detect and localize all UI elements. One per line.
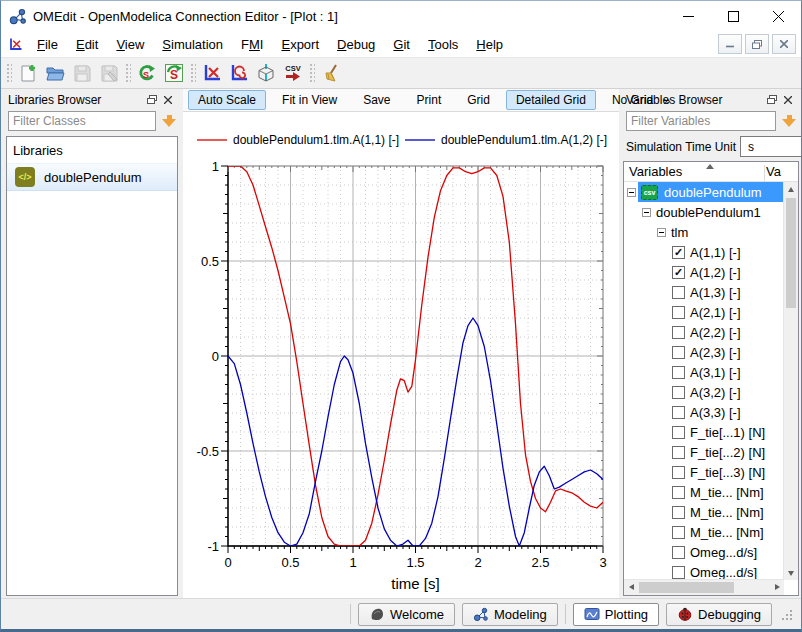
maximize-button[interactable] [711, 1, 756, 31]
filter-variables-input[interactable] [626, 111, 776, 131]
variable-row-a-2-3[interactable]: A(2,3) [-] [625, 342, 784, 362]
plot-toolbar-auto-scale-button[interactable]: Auto Scale [188, 90, 266, 110]
variable-checkbox[interactable] [672, 486, 685, 499]
scroll-down-icon[interactable] [784, 566, 798, 580]
variable-row-m-tie-nm[interactable]: M_tie... [Nm] [625, 522, 784, 542]
variable-checkbox[interactable]: ✓ [672, 246, 685, 259]
new-parametric-plot-button[interactable] [225, 60, 252, 87]
variable-row-a-3-3[interactable]: A(3,3) [-] [625, 402, 784, 422]
re-simulate-button[interactable]: S [133, 60, 160, 87]
variable-checkbox[interactable] [672, 366, 685, 379]
variable-checkbox[interactable] [672, 426, 685, 439]
variable-checkbox[interactable] [672, 406, 685, 419]
variable-row-f-tie-1-n[interactable]: F_tie[...1) [N] [625, 422, 784, 442]
float-icon[interactable] [764, 92, 780, 108]
variable-row-a-2-1[interactable]: A(2,1) [-] [625, 302, 784, 322]
menu-item-file[interactable]: File [28, 33, 67, 56]
vertical-scrollbar[interactable] [783, 182, 798, 580]
variable-row-a-3-2[interactable]: A(3,2) [-] [625, 382, 784, 402]
filter-classes-input[interactable] [8, 111, 156, 131]
menu-item-tools[interactable]: Tools [419, 33, 467, 56]
menu-item-export[interactable]: Export [272, 33, 328, 56]
open-model-button[interactable] [41, 60, 68, 87]
close-icon[interactable] [160, 92, 176, 108]
collapse-icon[interactable] [657, 228, 666, 237]
variable-row-tlm[interactable]: tlm [625, 222, 784, 242]
variable-row-doublependulum[interactable]: csvdoublePendulum [625, 182, 784, 202]
expand-filter-icon[interactable] [160, 111, 178, 131]
variables-column-header[interactable]: Variables [624, 164, 682, 181]
scroll-right-icon[interactable] [770, 580, 784, 594]
variable-checkbox[interactable]: ✓ [672, 266, 685, 279]
plot-toolbar-save-button[interactable]: Save [353, 90, 400, 110]
variable-row-f-tie-2-n[interactable]: F_tie[...2) [N] [625, 442, 784, 462]
minimize-button[interactable] [666, 1, 711, 31]
menu-item-simulation[interactable]: Simulation [153, 33, 232, 56]
variable-checkbox[interactable] [672, 566, 685, 579]
tab-modeling[interactable]: Modeling [462, 603, 558, 626]
mdi-minimize-button[interactable] [718, 34, 742, 54]
collapse-icon[interactable] [642, 208, 651, 217]
mdi-restore-button[interactable] [745, 34, 769, 54]
variable-row-m-tie-nm[interactable]: M_tie... [Nm] [625, 482, 784, 502]
close-icon[interactable] [780, 92, 796, 108]
variable-row-a-3-1[interactable]: A(3,1) [-] [625, 362, 784, 382]
simulation-time-unit-row: Simulation Time Unit s [621, 132, 801, 159]
variable-checkbox[interactable] [672, 526, 685, 539]
variable-checkbox[interactable] [672, 446, 685, 459]
variable-checkbox[interactable] [672, 466, 685, 479]
horizontal-scrollbar[interactable] [624, 579, 784, 595]
variable-row-a-2-2[interactable]: A(2,2) [-] [625, 322, 784, 342]
variable-checkbox[interactable] [672, 326, 685, 339]
plot-toolbar-print-button[interactable]: Print [407, 90, 452, 110]
variable-row-omeg-d-s[interactable]: Omeg...d/s] [625, 542, 784, 562]
close-button[interactable] [756, 1, 801, 31]
value-column-header[interactable]: Va [766, 164, 784, 179]
menu-item-fmi[interactable]: FMI [232, 33, 272, 56]
scroll-up-icon[interactable] [784, 182, 798, 196]
tab-welcome[interactable]: Welcome [358, 603, 455, 626]
mdi-close-button[interactable] [772, 34, 796, 54]
menu-item-view[interactable]: View [107, 33, 153, 56]
variable-checkbox[interactable] [672, 306, 685, 319]
variable-checkbox[interactable] [672, 506, 685, 519]
variable-label: Omeg...d/s] [690, 565, 757, 580]
float-icon[interactable] [144, 92, 160, 108]
variable-row-m-tie-nm[interactable]: M_tie... [Nm] [625, 502, 784, 522]
menu-item-edit[interactable]: Edit [67, 33, 107, 56]
collapse-icon[interactable] [627, 188, 636, 197]
re-simulate-setup-button[interactable]: S [160, 60, 187, 87]
scrollbar-thumb[interactable] [786, 198, 796, 308]
clear-plot-window-button[interactable] [317, 60, 344, 87]
tab-plotting[interactable]: Plotting [573, 603, 659, 626]
variable-row-doublependulum1[interactable]: doublePendulum1 [625, 202, 784, 222]
plot-toolbar-detailed-grid-button[interactable]: Detailed Grid [506, 90, 596, 110]
tab-debugging[interactable]: Debugging [666, 603, 772, 626]
menu-item-debug[interactable]: Debug [328, 33, 384, 56]
resize-grip[interactable] [780, 608, 793, 621]
column-divider[interactable] [764, 165, 765, 181]
new-plot-window-button[interactable] [198, 60, 225, 87]
library-item-doublependulum[interactable]: </>doublePendulum [7, 163, 177, 191]
expand-filter-icon[interactable] [780, 111, 798, 131]
scroll-left-icon[interactable] [624, 580, 638, 594]
plot-svg[interactable]: 00.511.522.5310.50-0.5-1time [s]doublePe… [183, 112, 619, 598]
variable-checkbox[interactable] [672, 386, 685, 399]
plot-toolbar-fit-in-view-button[interactable]: Fit in View [272, 90, 347, 110]
new-modelica-class-button[interactable] [14, 60, 41, 87]
variable-row-a-1-1[interactable]: ✓A(1,1) [-] [625, 242, 784, 262]
menu-item-git[interactable]: Git [384, 33, 419, 56]
plot-toolbar-grid-button[interactable]: Grid [457, 90, 500, 110]
time-unit-select[interactable]: s [740, 136, 802, 157]
variable-checkbox[interactable] [672, 546, 685, 559]
variable-row-a-1-2[interactable]: ✓A(1,2) [-] [625, 262, 784, 282]
variable-row-a-1-3[interactable]: A(1,3) [-] [625, 282, 784, 302]
menu-item-help[interactable]: Help [467, 33, 512, 56]
variable-row-omeg-d-s[interactable]: Omeg...d/s] [625, 562, 784, 580]
new-animation-window-button[interactable] [252, 60, 279, 87]
export-csv-button[interactable]: CSV [279, 60, 306, 87]
variable-checkbox[interactable] [672, 286, 685, 299]
variable-checkbox[interactable] [672, 346, 685, 359]
variable-row-f-tie-3-n[interactable]: F_tie[...3) [N] [625, 462, 784, 482]
scrollbar-thumb[interactable] [639, 582, 734, 593]
